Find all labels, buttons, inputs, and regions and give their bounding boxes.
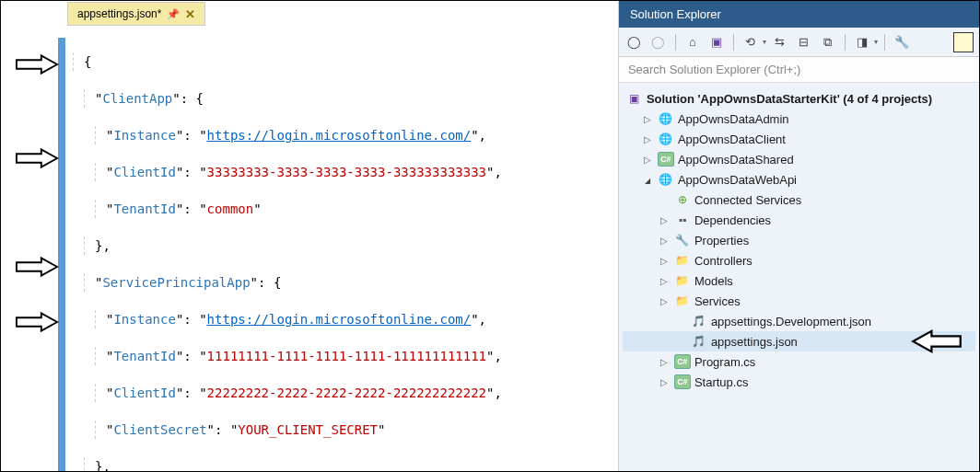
- expander-icon[interactable]: [658, 276, 671, 286]
- callout-arrow-appsettings: [911, 328, 962, 354]
- properties-icon[interactable]: 🔧: [892, 32, 912, 52]
- expander-icon[interactable]: [658, 296, 671, 306]
- tab-well: appsettings.json* 📌 ✕: [1, 1, 618, 27]
- expander-icon[interactable]: [641, 155, 654, 165]
- file-label: Program.cs: [694, 355, 755, 369]
- solution-label: Solution 'AppOwnsDataStarterKit' (4 of 4…: [647, 92, 932, 106]
- back-icon[interactable]: ◯: [624, 32, 645, 52]
- collapse-icon[interactable]: ⊟: [794, 32, 814, 52]
- home-icon[interactable]: ⌂: [682, 32, 703, 52]
- dependencies-icon: ▪▪: [674, 213, 691, 227]
- models-folder[interactable]: 📁 Models: [623, 271, 975, 291]
- folder-icon: 📁: [674, 253, 691, 268]
- file-label: appsettings.json: [711, 335, 798, 349]
- node-label: Connected Services: [694, 193, 801, 207]
- connected-services-node[interactable]: ⊕ Connected Services: [623, 190, 975, 210]
- project-webapi[interactable]: 🌐 AppOwnsDataWebApi: [623, 169, 975, 190]
- refresh-icon[interactable]: ⇆: [770, 32, 790, 52]
- csharp-file-icon: C#: [674, 374, 691, 389]
- project-client[interactable]: 🌐 AppOwnsDataClient: [623, 129, 975, 149]
- code-area[interactable]: { "ClientApp": { "Instance": "https://lo…: [1, 27, 618, 471]
- controllers-folder[interactable]: 📁 Controllers: [623, 250, 975, 271]
- file-label: Startup.cs: [694, 375, 749, 389]
- folder-icon: 📁: [674, 273, 691, 288]
- forward-icon[interactable]: ◯: [648, 32, 669, 52]
- expander-icon[interactable]: [641, 175, 654, 185]
- preview-icon[interactable]: [953, 32, 974, 52]
- show-all-icon[interactable]: ⧉: [818, 32, 838, 52]
- view-icon[interactable]: ◨: [852, 32, 872, 52]
- tab-title: appsettings.json*: [77, 7, 161, 20]
- json-file-icon: 🎵: [691, 334, 707, 349]
- expander-icon[interactable]: [658, 256, 671, 266]
- solution-icon: ▣: [626, 91, 643, 106]
- csharp-file-icon: C#: [674, 354, 691, 369]
- connected-services-icon: ⊕: [674, 192, 691, 207]
- code-editor-pane: appsettings.json* 📌 ✕ { "ClientApp": { "…: [1, 1, 618, 471]
- startup-file[interactable]: C# Startup.cs: [623, 372, 975, 392]
- solution-explorer-pane: Solution Explorer ◯ ◯ ⌂ ▣ ⟲▾ ⇆ ⊟ ⧉ ◨▾ 🔧 …: [618, 1, 979, 471]
- json-file-icon: 🎵: [691, 314, 707, 328]
- project-label: AppOwnsDataAdmin: [678, 112, 789, 126]
- file-tab-appsettings[interactable]: appsettings.json* 📌 ✕: [67, 2, 205, 26]
- node-label: Controllers: [694, 254, 752, 268]
- services-folder[interactable]: 📁 Services: [623, 291, 975, 311]
- node-label: Dependencies: [694, 213, 771, 227]
- solution-explorer-toolbar: ◯ ◯ ⌂ ▣ ⟲▾ ⇆ ⊟ ⧉ ◨▾ 🔧: [619, 28, 979, 57]
- solution-tree: ▣ Solution 'AppOwnsDataStarterKit' (4 of…: [619, 83, 979, 471]
- search-placeholder: Search Solution Explorer (Ctrl+;): [628, 63, 801, 76]
- properties-node[interactable]: 🔧 Properties: [623, 230, 975, 250]
- pin-icon[interactable]: 📌: [167, 8, 180, 20]
- expander-icon[interactable]: [658, 357, 671, 367]
- node-label: Properties: [694, 234, 749, 248]
- project-label: AppOwnsDataClient: [678, 132, 786, 146]
- solution-explorer-title: Solution Explorer: [619, 1, 979, 28]
- web-project-icon: 🌐: [658, 111, 674, 126]
- file-label: appsettings.Development.json: [711, 315, 871, 328]
- expander-icon[interactable]: [658, 215, 671, 225]
- node-label: Services: [694, 294, 741, 308]
- folder-icon: 📁: [674, 294, 691, 308]
- web-project-icon: 🌐: [658, 132, 674, 146]
- expander-icon[interactable]: [641, 134, 654, 144]
- expander-icon[interactable]: [658, 377, 671, 387]
- project-admin[interactable]: 🌐 AppOwnsDataAdmin: [623, 109, 975, 129]
- web-project-icon: 🌐: [658, 172, 674, 187]
- wrench-icon: 🔧: [674, 233, 691, 248]
- project-shared[interactable]: C# AppOwnsDataShared: [623, 149, 975, 169]
- project-label: AppOwnsDataShared: [678, 153, 794, 167]
- solution-node[interactable]: ▣ Solution 'AppOwnsDataStarterKit' (4 of…: [623, 88, 975, 109]
- search-input[interactable]: Search Solution Explorer (Ctrl+;): [619, 57, 979, 83]
- switch-view-icon[interactable]: ▣: [706, 32, 727, 52]
- node-label: Models: [694, 274, 733, 288]
- program-file[interactable]: C# Program.cs: [623, 351, 975, 372]
- sync-icon[interactable]: ⟲: [741, 32, 761, 52]
- csharp-project-icon: C#: [658, 152, 674, 167]
- expander-icon[interactable]: [658, 236, 671, 246]
- dependencies-node[interactable]: ▪▪ Dependencies: [623, 210, 975, 230]
- project-label: AppOwnsDataWebApi: [678, 173, 797, 187]
- expander-icon[interactable]: [641, 114, 654, 124]
- appsettings-file[interactable]: 🎵 appsettings.json: [623, 331, 975, 351]
- close-icon[interactable]: ✕: [185, 7, 195, 21]
